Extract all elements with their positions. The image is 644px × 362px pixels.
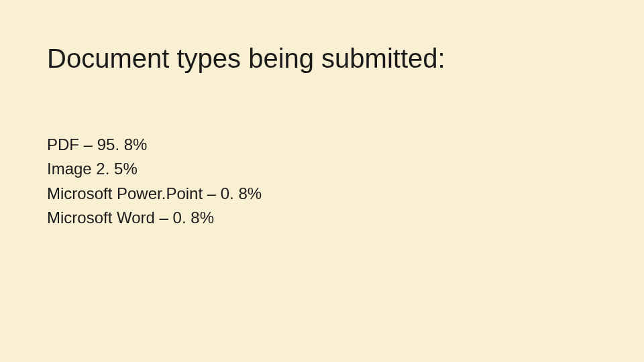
list-item: PDF – 95. 8%	[47, 134, 597, 156]
slide: Document types being submitted: PDF – 95…	[0, 0, 644, 273]
list-item: Image 2. 5%	[47, 158, 597, 180]
document-type-list: PDF – 95. 8% Image 2. 5% Microsoft Power…	[47, 134, 597, 229]
list-item: Microsoft Power.Point – 0. 8%	[47, 183, 597, 204]
slide-title: Document types being submitted:	[47, 44, 597, 74]
list-item: Microsoft Word – 0. 8%	[47, 207, 597, 229]
